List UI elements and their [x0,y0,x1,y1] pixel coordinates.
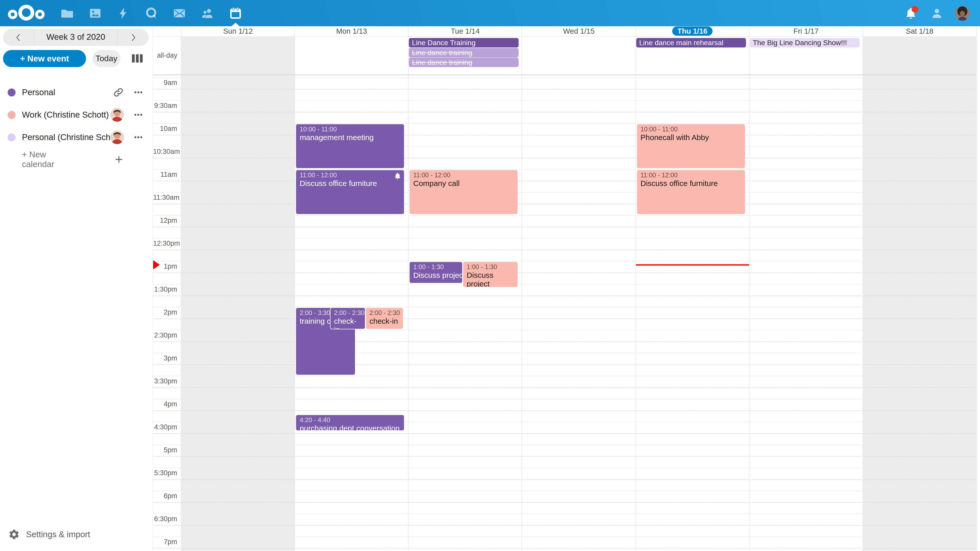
sidebar: Week 3 of 2020 + New event Today Persona… [0,26,153,551]
more-menu-icon[interactable] [133,87,144,98]
time-label: 1:30pm [153,286,177,293]
calendar-item-0[interactable]: Personal [0,81,153,103]
allday-label: all-day [153,36,181,75]
half-hour-line [153,456,977,457]
time-label: 2:30pm [153,331,177,339]
time-label: 12pm [153,217,177,224]
half-hour-line [153,364,977,365]
nav-app-files-icon[interactable] [53,0,81,26]
half-hour-line [153,272,977,273]
week-label[interactable]: Week 3 of 2020 [34,29,118,46]
nextcloud-logo-icon[interactable] [7,4,45,22]
user-avatar[interactable] [955,6,970,21]
allday-event[interactable]: Line dance training [409,58,519,67]
nav-app-talk-icon[interactable] [137,0,165,26]
column-border [635,26,636,551]
next-week-button[interactable] [118,29,148,46]
hour-line [153,192,977,192]
event-time: 11:00 - 12:00 [641,171,741,179]
allday-event[interactable]: Line dance main rehearsal [636,38,746,48]
share-link-icon[interactable] [113,87,124,98]
time-label: 5pm [153,446,177,454]
allday-event[interactable]: The Big Line Dancing Show!!! [750,38,859,48]
day-header-fri: Fri 1/17 [749,26,863,36]
calendar-color-dot [8,133,16,141]
half-hour-line [153,318,977,319]
event[interactable]: 11:00 - 12:00Company call [409,170,518,214]
hour-line [153,399,977,399]
time-label: 7pm [153,538,177,546]
time-label: 11:30am [153,194,177,202]
event-title: Discuss project announcement [413,271,458,279]
event-time: 2:00 - 2:30 [369,309,399,317]
more-menu-icon[interactable] [133,132,144,143]
calendar-list: PersonalWork (Christine Schott)Personal … [0,81,153,148]
half-hour-line [153,479,977,480]
hour-line [153,330,977,330]
calendar-item-2[interactable]: Personal (Christine Scho… [0,126,153,148]
column-border [294,26,295,551]
current-time-line [636,264,749,265]
event[interactable]: 10:00 - 11:00management meeting [296,124,404,168]
calendar-item-1[interactable]: Work (Christine Schott) [0,103,153,126]
calendar-item-actions [113,87,144,98]
event[interactable]: 10:00 - 11:00Phonecall with Abby [636,124,746,168]
event-title: Company call [413,179,514,188]
allday-border [153,75,977,75]
event[interactable]: 4:20 - 4:40purchasing dept conversation [296,414,404,431]
time-label: 4pm [153,400,177,408]
time-label: 3:30pm [153,377,177,385]
event[interactable]: 11:00 - 12:00Discuss office furniture [636,170,746,214]
time-label: 2pm [153,308,177,316]
hour-line [153,261,977,262]
notifications-bell-icon[interactable] [903,5,919,21]
event-time: 10:00 - 11:00 [300,125,401,133]
nav-app-calendar-icon[interactable] [221,0,250,26]
hour-line [153,513,977,514]
hour-line [153,307,977,307]
half-hour-line [153,227,977,227]
event[interactable]: 11:00 - 12:00Discuss office furniture [296,170,404,214]
time-label: 3pm [153,354,177,362]
contacts-menu-icon[interactable] [929,5,945,21]
event[interactable]: 2:00 - 2:30check-in [330,307,366,329]
shared-by-avatar [110,108,124,122]
nav-app-contacts-icon[interactable] [193,0,221,26]
event-title: check-in [334,317,361,329]
nav-app-mail-icon[interactable] [165,0,193,26]
allday-event[interactable]: Line dance training [409,48,519,57]
column-border [181,26,181,551]
nav-app-activity-icon[interactable] [109,0,137,26]
today-button[interactable]: Today [92,50,121,67]
event[interactable]: 2:00 - 2:30check-in [366,307,404,329]
more-menu-icon[interactable] [133,109,144,121]
hour-line [153,169,977,170]
hour-line [153,100,977,101]
hour-line [153,468,977,468]
time-label: 6:30pm [153,515,177,523]
event[interactable]: 1:00 - 1:30Discuss project announcement [463,262,518,287]
event[interactable]: 1:00 - 1:30Discuss project announcement [409,262,463,283]
half-hour-line [153,249,977,250]
new-event-button[interactable]: + New event [3,50,86,67]
view-switcher-button[interactable] [127,51,148,66]
time-label: 6pm [153,492,177,500]
new-calendar-button[interactable]: + New calendar [0,148,153,171]
hour-line [153,284,977,284]
settings-import-button[interactable]: Settings & import [0,526,153,543]
column-border [408,26,409,551]
allday-event[interactable]: Line Dance Training [409,38,519,48]
half-hour-line [153,89,977,89]
event-title: check-in [369,317,399,326]
half-hour-line [153,502,977,503]
half-hour-line [153,295,977,296]
column-border [749,26,749,551]
notification-badge [912,6,918,13]
event-time: 2:00 - 2:30 [334,309,361,317]
previous-week-button[interactable] [3,29,34,46]
hour-line [153,537,977,537]
event-time: 1:00 - 1:30 [413,263,458,271]
half-hour-line [153,203,977,204]
time-label: 10:30am [153,148,177,156]
nav-app-photos-icon[interactable] [81,0,109,26]
